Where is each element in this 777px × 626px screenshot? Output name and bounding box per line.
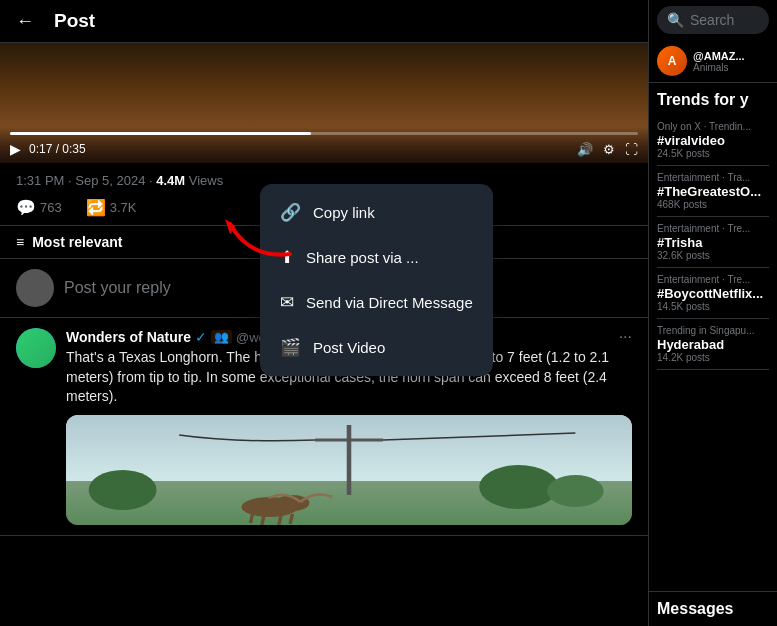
trends-title: Trends for y bbox=[657, 91, 769, 109]
trends-section: Trends for y Only on X · Trendin... #vir… bbox=[649, 83, 777, 591]
svg-line-8 bbox=[251, 513, 253, 523]
profile-avatar: A bbox=[657, 46, 687, 76]
back-button[interactable]: ← bbox=[16, 11, 34, 32]
more-options-button[interactable]: ··· bbox=[619, 328, 632, 346]
post-video-label: Post Video bbox=[313, 339, 385, 356]
progress-fill bbox=[10, 132, 311, 135]
verified-icon: ✓ bbox=[195, 329, 207, 345]
search-input[interactable]: Search bbox=[690, 12, 734, 28]
trend-tag-4: Hyderabad bbox=[657, 337, 769, 352]
trend-count-4: 14.2K posts bbox=[657, 352, 769, 363]
comment-count: 763 bbox=[40, 200, 62, 215]
direct-message-icon: ✉ bbox=[280, 292, 294, 313]
page-title: Post bbox=[54, 10, 95, 32]
reply-author-avatar bbox=[16, 328, 56, 368]
comment-action[interactable]: 💬 763 bbox=[16, 198, 62, 217]
svg-point-5 bbox=[547, 475, 604, 507]
trend-category-3: Entertainment · Tre... bbox=[657, 274, 769, 285]
trend-count-1: 468K posts bbox=[657, 199, 769, 210]
trend-category-2: Entertainment · Tre... bbox=[657, 223, 769, 234]
post-header: ← Post bbox=[0, 0, 648, 43]
trend-category-4: Trending in Singapu... bbox=[657, 325, 769, 336]
trend-item-1[interactable]: Entertainment · Tra... #TheGreatestO... … bbox=[657, 166, 769, 217]
trend-count-2: 32.6K posts bbox=[657, 250, 769, 261]
trend-item-0[interactable]: Only on X · Trendin... #viralvideo 24.5K… bbox=[657, 115, 769, 166]
messages-title: Messages bbox=[657, 600, 769, 618]
profile-handle: @AMAZ... bbox=[693, 50, 745, 62]
direct-message-item[interactable]: ✉ Send via Direct Message bbox=[260, 280, 493, 325]
reply-author-name: Wonders of Nature bbox=[66, 329, 191, 345]
trend-item-2[interactable]: Entertainment · Tre... #Trisha 32.6K pos… bbox=[657, 217, 769, 268]
post-time: 1:31 PM · Sep 5, 2024 · bbox=[16, 173, 156, 188]
post-views: 4.4M bbox=[156, 173, 185, 188]
progress-bar[interactable] bbox=[10, 132, 638, 135]
trend-count-3: 14.5K posts bbox=[657, 301, 769, 312]
search-bar[interactable]: 🔍 Search bbox=[657, 6, 769, 34]
svg-line-9 bbox=[262, 515, 264, 525]
svg-line-11 bbox=[290, 514, 292, 524]
reply-input[interactable]: Post your reply bbox=[64, 279, 171, 297]
svg-point-3 bbox=[89, 470, 157, 510]
search-icon: 🔍 bbox=[667, 12, 684, 28]
profile-sub: Animals bbox=[693, 62, 745, 73]
trend-count-0: 24.5K posts bbox=[657, 148, 769, 159]
video-right-controls: 🔊 ⚙ ⛶ bbox=[577, 142, 638, 157]
svg-line-10 bbox=[279, 515, 281, 525]
fullscreen-button[interactable]: ⛶ bbox=[625, 142, 638, 157]
post-video-item[interactable]: 🎬 Post Video bbox=[260, 325, 493, 370]
trend-tag-2: #Trisha bbox=[657, 235, 769, 250]
mute-button[interactable]: 🔊 bbox=[577, 142, 593, 157]
right-panel: 🔍 Search A @AMAZ... Animals Trends for y… bbox=[648, 0, 777, 626]
video-controls-row: ▶ 0:17 / 0:35 🔊 ⚙ ⛶ bbox=[10, 141, 638, 157]
filter-icon: ≡ bbox=[16, 234, 24, 250]
trend-tag-1: #TheGreatestO... bbox=[657, 184, 769, 199]
partner-badge: 👥 bbox=[211, 330, 232, 344]
messages-section[interactable]: Messages bbox=[649, 591, 777, 626]
profile-text: @AMAZ... Animals bbox=[693, 50, 745, 73]
red-arrow-annotation bbox=[210, 204, 310, 268]
filter-label: Most relevant bbox=[32, 234, 122, 250]
svg-point-4 bbox=[479, 465, 558, 509]
post-actions: 💬 763 🔁 3.7K 🔗 Copy link ⬆ Share post vi… bbox=[0, 194, 648, 225]
profile-snippet[interactable]: A @AMAZ... Animals bbox=[649, 40, 777, 83]
video-left-controls: ▶ 0:17 / 0:35 bbox=[10, 141, 86, 157]
copy-link-label: Copy link bbox=[313, 204, 375, 221]
comment-icon: 💬 bbox=[16, 198, 36, 217]
play-button[interactable]: ▶ bbox=[10, 141, 21, 157]
current-user-avatar bbox=[16, 269, 54, 307]
video-time: 0:17 / 0:35 bbox=[29, 142, 86, 156]
video-player: ▶ 0:17 / 0:35 🔊 ⚙ ⛶ bbox=[0, 43, 648, 163]
settings-button[interactable]: ⚙ bbox=[603, 142, 615, 157]
left-panel: ← Post ▶ 0:17 / 0:35 🔊 ⚙ ⛶ 1:31 PM · S bbox=[0, 0, 648, 626]
reply-media bbox=[66, 415, 632, 525]
video-controls-overlay: ▶ 0:17 / 0:35 🔊 ⚙ ⛶ bbox=[0, 126, 648, 163]
trend-tag-3: #BoycottNetflix... bbox=[657, 286, 769, 301]
direct-message-label: Send via Direct Message bbox=[306, 294, 473, 311]
post-video-icon: 🎬 bbox=[280, 337, 301, 358]
share-post-label: Share post via ... bbox=[306, 249, 419, 266]
trend-item-3[interactable]: Entertainment · Tre... #BoycottNetflix..… bbox=[657, 268, 769, 319]
trend-category-0: Only on X · Trendin... bbox=[657, 121, 769, 132]
retweet-icon: 🔁 bbox=[86, 198, 106, 217]
post-views-label: Views bbox=[185, 173, 223, 188]
retweet-count: 3.7K bbox=[110, 200, 137, 215]
trend-item-4[interactable]: Trending in Singapu... Hyderabad 14.2K p… bbox=[657, 319, 769, 370]
trend-category-1: Entertainment · Tra... bbox=[657, 172, 769, 183]
retweet-action[interactable]: 🔁 3.7K bbox=[86, 198, 137, 217]
trend-tag-0: #viralvideo bbox=[657, 133, 769, 148]
